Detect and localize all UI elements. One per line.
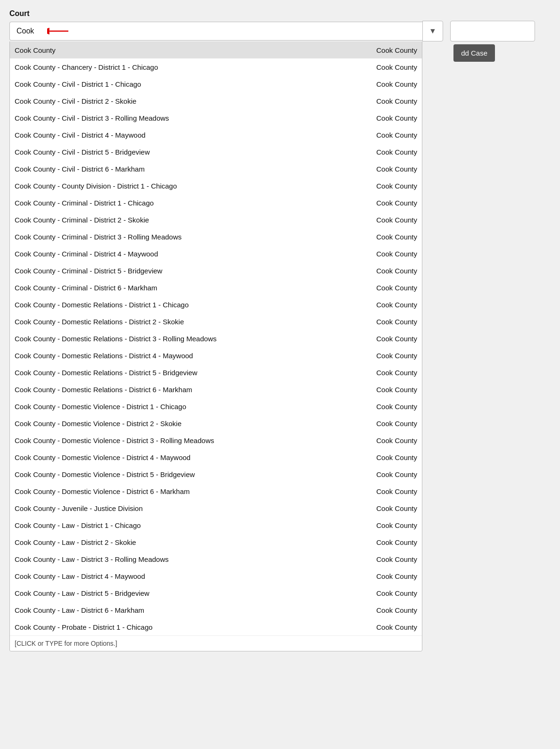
dropdown-row[interactable]: Cook County - Domestic Violence - Distri… [10,415,422,432]
dropdown-row[interactable]: Cook County - Law - District 3 - Rolling… [10,551,422,568]
dropdown-row[interactable]: Cook County - Civil - District 2 - Skoki… [10,92,422,109]
row-name: Cook County - Domestic Relations - Distr… [15,318,371,326]
row-county: Cook County [376,352,417,360]
row-name: Cook County [15,46,371,54]
row-name: Cook County - Domestic Violence - Distri… [15,453,371,461]
row-name: Cook County - County Division - District… [15,182,371,190]
row-county: Cook County [376,335,417,343]
row-name: Cook County - Criminal - District 5 - Br… [15,267,371,275]
court-label: Court [9,9,443,18]
row-county: Cook County [376,420,417,428]
row-county: Cook County [376,97,417,105]
row-county: Cook County [376,369,417,377]
dropdown-row[interactable]: Cook CountyCook County [10,41,422,58]
row-name: Cook County - Juvenile - Justice Divisio… [15,504,371,512]
row-name: Cook County - Civil - District 3 - Rolli… [15,114,371,122]
row-name: Cook County - Civil - District 4 - Maywo… [15,131,371,139]
extra-input-field[interactable] [450,21,535,41]
dropdown-row[interactable]: Cook County - Domestic Relations - Distr… [10,330,422,347]
dropdown-footer: [CLICK or TYPE for more Options.] [10,635,422,651]
row-county: Cook County [376,386,417,394]
row-name: Cook County - Law - District 3 - Rolling… [15,555,371,563]
row-county: Cook County [376,521,417,529]
dropdown-row[interactable]: Cook County - Law - District 6 - Markham… [10,601,422,618]
dropdown-row[interactable]: Cook County - Domestic Relations - Distr… [10,347,422,364]
dropdown-row[interactable]: Cook County - Civil - District 5 - Bridg… [10,143,422,160]
filter-icon: ▼ [429,27,436,35]
search-input[interactable] [9,22,422,41]
row-county: Cook County [376,589,417,597]
dropdown-row[interactable]: Cook County - Chancery - District 1 - Ch… [10,58,422,75]
dropdown-row[interactable]: Cook County - Domestic Violence - Distri… [10,449,422,466]
row-county: Cook County [376,403,417,411]
row-name: Cook County - Criminal - District 3 - Ro… [15,233,371,241]
filter-button[interactable]: ▼ [422,21,443,41]
row-county: Cook County [376,267,417,275]
row-county: Cook County [376,538,417,546]
arrow-indicator [47,24,70,38]
row-name: Cook County - Domestic Relations - Distr… [15,352,371,360]
dropdown-row[interactable]: Cook County - Domestic Relations - Distr… [10,381,422,398]
row-county: Cook County [376,504,417,512]
dropdown-row[interactable]: Cook County - Law - District 2 - SkokieC… [10,534,422,551]
row-name: Cook County - Civil - District 6 - Markh… [15,165,371,173]
row-county: Cook County [376,318,417,326]
dropdown-row[interactable]: Cook County - Civil - District 1 - Chica… [10,75,422,92]
dropdown-row[interactable]: Cook County - Domestic Relations - Distr… [10,296,422,313]
row-county: Cook County [376,182,417,190]
row-name: Cook County - Domestic Relations - Distr… [15,369,371,377]
row-county: Cook County [376,470,417,478]
dropdown-list: Cook CountyCook CountyCook County - Chan… [9,41,422,651]
dropdown-row[interactable]: Cook County - Criminal - District 1 - Ch… [10,194,422,211]
add-case-button[interactable]: dd Case [453,44,495,62]
dropdown-row[interactable]: Cook County - Domestic Violence - Distri… [10,398,422,415]
search-input-wrapper [9,22,422,41]
dropdown-row[interactable]: Cook County - Law - District 5 - Bridgev… [10,584,422,601]
dropdown-row[interactable]: Cook County - Probate - District 1 - Chi… [10,618,422,635]
row-county: Cook County [376,63,417,71]
row-name: Cook County - Law - District 2 - Skokie [15,538,371,546]
dropdown-row[interactable]: Cook County - Law - District 1 - Chicago… [10,517,422,534]
row-county: Cook County [376,453,417,461]
dropdown-row[interactable]: Cook County - Criminal - District 3 - Ro… [10,228,422,245]
row-name: Cook County - Criminal - District 1 - Ch… [15,199,371,207]
dropdown-row[interactable]: Cook County - Domestic Violence - Distri… [10,483,422,500]
dropdown-row[interactable]: Cook County - County Division - District… [10,177,422,194]
row-name: Cook County - Chancery - District 1 - Ch… [15,63,371,71]
dropdown-row[interactable]: Cook County - Criminal - District 4 - Ma… [10,245,422,262]
red-arrow-icon [47,24,70,38]
row-name: Cook County - Probate - District 1 - Chi… [15,623,371,631]
dropdown-row[interactable]: Cook County - Civil - District 3 - Rolli… [10,109,422,126]
row-name: Cook County - Domestic Violence - Distri… [15,403,371,411]
row-name: Cook County - Law - District 6 - Markham [15,606,371,614]
row-county: Cook County [376,436,417,444]
dropdown-row[interactable]: Cook County - Domestic Relations - Distr… [10,364,422,381]
dropdown-row[interactable]: Cook County - Domestic Violence - Distri… [10,466,422,483]
row-county: Cook County [376,572,417,580]
row-county: Cook County [376,114,417,122]
row-name: Cook County - Domestic Violence - Distri… [15,436,371,444]
row-name: Cook County - Domestic Violence - Distri… [15,420,371,428]
row-county: Cook County [376,284,417,292]
dropdown-row[interactable]: Cook County - Domestic Relations - Distr… [10,313,422,330]
row-name: Cook County - Civil - District 2 - Skoki… [15,97,371,105]
row-county: Cook County [376,148,417,156]
dropdown-row[interactable]: Cook County - Juvenile - Justice Divisio… [10,500,422,517]
row-name: Cook County - Law - District 5 - Bridgev… [15,589,371,597]
dropdown-row[interactable]: Cook County - Domestic Violence - Distri… [10,432,422,449]
dropdown-row[interactable]: Cook County - Criminal - District 2 - Sk… [10,211,422,228]
row-name: Cook County - Criminal - District 6 - Ma… [15,284,371,292]
dropdown-row[interactable]: Cook County - Criminal - District 5 - Br… [10,262,422,279]
page-wrapper: Court ▼ dd Case [9,9,443,651]
dropdown-row[interactable]: Cook County - Criminal - District 6 - Ma… [10,279,422,296]
dropdown-row[interactable]: Cook County - Civil - District 6 - Markh… [10,160,422,177]
row-name: Cook County - Criminal - District 2 - Sk… [15,216,371,224]
dropdown-row[interactable]: Cook County - Law - District 4 - Maywood… [10,568,422,584]
row-county: Cook County [376,233,417,241]
row-name: Cook County - Law - District 1 - Chicago [15,521,371,529]
dropdown-row[interactable]: Cook County - Civil - District 4 - Maywo… [10,126,422,143]
row-name: Cook County - Law - District 4 - Maywood [15,572,371,580]
row-county: Cook County [376,606,417,614]
row-county: Cook County [376,216,417,224]
row-name: Cook County - Domestic Violence - Distri… [15,470,371,478]
